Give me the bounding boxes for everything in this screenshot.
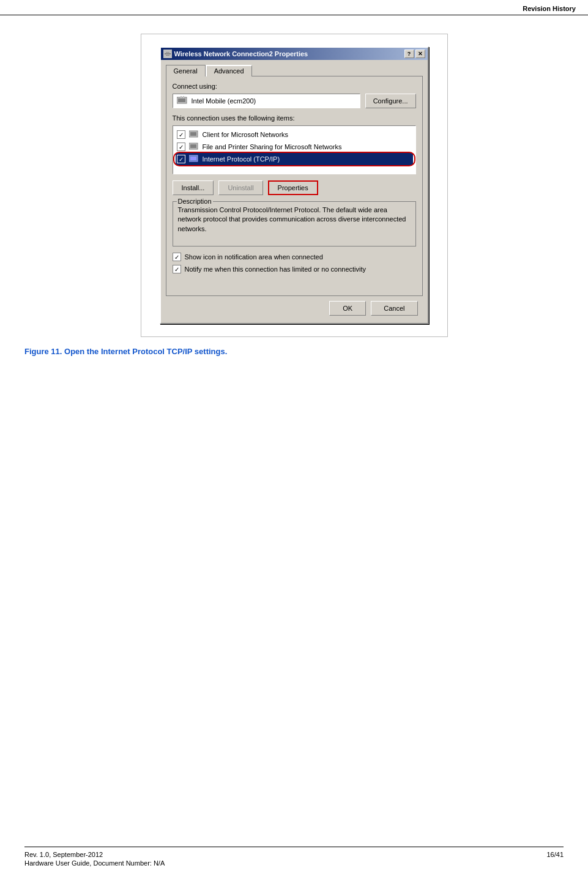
titlebar-icon [163,50,172,58]
svg-rect-13 [190,157,196,160]
main-content: Wireless Network Connection2 Properties … [0,15,588,380]
windows-dialog: Wireless Network Connection2 Properties … [160,46,429,324]
svg-rect-9 [190,132,196,136]
close-button[interactable]: ✕ [415,50,425,58]
tab-general[interactable]: General [166,65,206,76]
svg-rect-6 [180,96,182,98]
adapter-name: Intel Mobile (ecm200) [192,97,256,105]
items-label: This connection uses the following items… [173,114,416,122]
titlebar-text: Wireless Network Connection2 Properties [174,50,308,57]
notify-checkbox[interactable]: ✓ [173,265,181,273]
svg-rect-2 [166,52,169,53]
footer-rev: Rev. 1.0, September-2012 [24,851,165,858]
connect-using-label: Connect using: [173,83,416,90]
configure-button[interactable]: Configure... [365,94,416,108]
svg-rect-1 [165,53,171,54]
dialog-buttons: OK Cancel [166,296,423,318]
item-icon-3 [189,154,199,164]
list-item[interactable]: ✓ File and Printer Sharing for Microsoft… [176,141,413,153]
page-header-title: Revision History [523,5,576,12]
checkbox-1[interactable]: ✓ [177,130,185,139]
checkbox1-label: Show icon in notification area when conn… [185,253,323,261]
show-icon-checkbox[interactable]: ✓ [173,253,181,261]
footer-page: 16/41 [546,851,564,867]
checkbox-row-1[interactable]: ✓ Show icon in notification area when co… [173,253,416,261]
checkbox-row-2[interactable]: ✓ Notify me when this connection has lim… [173,265,416,273]
figure-caption: Figure 11. Open the Internet Protocol TC… [24,347,564,356]
tab-advanced[interactable]: Advanced [206,65,252,76]
svg-rect-7 [183,96,184,98]
svg-rect-3 [166,55,169,56]
tab-content: Connect using: [166,76,423,296]
item-label-3: Internet Protocol (TCP/IP) [203,155,280,163]
item-icon-2 [189,142,199,152]
ok-button[interactable]: OK [329,301,366,316]
adapter-icon [177,96,188,106]
action-buttons: Install... Uninstall Properties [173,180,416,195]
items-list[interactable]: ✓ Client for Microsoft Networks [173,125,416,174]
checkbox2-label: Notify me when this connection has limit… [185,265,367,273]
svg-rect-11 [190,144,196,148]
svg-rect-5 [178,98,185,102]
uninstall-button[interactable]: Uninstall [218,180,262,195]
checkbox-2[interactable]: ✓ [177,143,185,151]
properties-button[interactable]: Properties [268,180,318,195]
dialog-body: General Advanced Connect using: [161,60,428,323]
description-group-label: Description [177,198,213,205]
page-footer: Rev. 1.0, September-2012 Hardware User G… [24,847,564,867]
description-group: Description Transmission Control Protoco… [173,201,416,247]
titlebar-buttons[interactable]: ? ✕ [404,50,425,58]
titlebar: Wireless Network Connection2 Properties … [161,48,428,60]
adapter-row: Intel Mobile (ecm200) Configure... [173,94,416,108]
page-header: Revision History [0,0,588,15]
tab-bar: General Advanced [166,65,423,76]
dialog-wrapper: Wireless Network Connection2 Properties … [24,34,564,337]
footer-left: Rev. 1.0, September-2012 Hardware User G… [24,851,165,867]
item-label-1: Client for Microsoft Networks [203,131,289,138]
adapter-box: Intel Mobile (ecm200) [173,94,360,108]
footer-doc: Hardware User Guide, Document Number: N/… [24,859,165,867]
list-item[interactable]: ✓ Client for Microsoft Networks [176,128,413,141]
item-label-2: File and Printer Sharing for Microsoft N… [203,143,342,150]
help-button[interactable]: ? [404,50,414,58]
description-text: Transmission Control Protocol/Internet P… [178,206,411,242]
install-button[interactable]: Install... [173,180,214,195]
item-icon-1 [189,130,199,139]
titlebar-left: Wireless Network Connection2 Properties [163,50,308,58]
list-item-selected[interactable]: ✓ Internet Protocol (TCP/IP) [176,153,413,165]
cancel-button[interactable]: Cancel [371,301,417,316]
checkbox-3[interactable]: ✓ [177,155,185,163]
